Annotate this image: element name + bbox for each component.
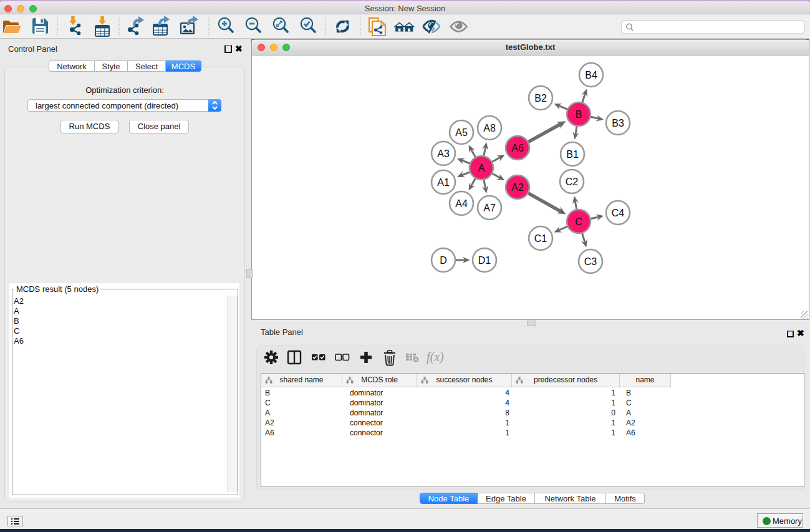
svg-text:A3: A3 [437, 148, 450, 159]
svg-text:f(x): f(x) [427, 350, 444, 364]
svg-text:A5: A5 [455, 127, 468, 138]
svg-text:A4: A4 [455, 198, 468, 209]
svg-text:C: C [575, 216, 582, 227]
svg-text:C4: C4 [612, 208, 625, 218]
svg-text:B3: B3 [612, 118, 624, 128]
svg-text:B2: B2 [534, 93, 547, 104]
svg-text:A8: A8 [483, 123, 496, 133]
svg-text:A1: A1 [437, 177, 450, 188]
svg-text:D: D [440, 255, 447, 266]
svg-text:D1: D1 [478, 255, 491, 266]
svg-text:A7: A7 [483, 203, 496, 213]
svg-text:C2: C2 [566, 177, 579, 187]
svg-text:A2: A2 [511, 182, 524, 193]
svg-text:B: B [576, 109, 582, 120]
svg-text:B4: B4 [585, 70, 597, 80]
svg-text:A6: A6 [511, 143, 524, 153]
svg-text:C3: C3 [584, 256, 597, 267]
svg-text:B1: B1 [566, 149, 579, 160]
svg-text:A: A [478, 163, 485, 173]
svg-text:C1: C1 [534, 233, 547, 244]
